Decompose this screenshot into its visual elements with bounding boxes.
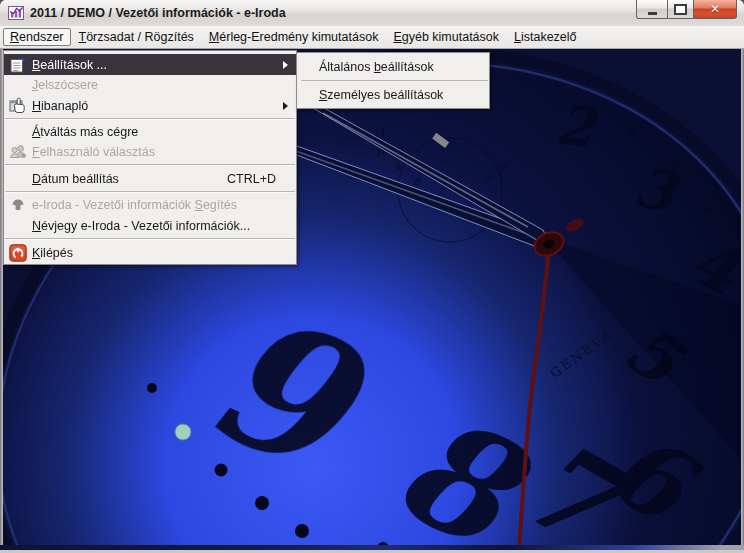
rendszer-menu-dropdown: Beállítások ... Jelszócsere Hibanapló Át… xyxy=(3,50,297,265)
menu-item-label: Átváltás más cégre xyxy=(32,125,138,139)
menu-item-shortcut: CTRL+D xyxy=(227,172,276,186)
menu-item-hibanaplo[interactable]: Hibanapló xyxy=(4,95,296,116)
menu-item-label: Névjegy e-Iroda - Vezetői információk... xyxy=(32,219,250,233)
minimize-button[interactable] xyxy=(636,0,667,19)
menu-item-label: Kilépés xyxy=(32,246,73,260)
menu-item-label: Beállítások ... xyxy=(32,58,107,72)
menu-item-label: Általános beállítások xyxy=(319,60,434,74)
menu-item-beallitasok[interactable]: Beállítások ... xyxy=(4,54,296,75)
menubar-item-merleg-eredmeny[interactable]: Mérleg-Eredmény kimutatások xyxy=(202,28,386,46)
menu-item-label: Dátum beállítás xyxy=(32,172,119,186)
app-icon xyxy=(8,5,24,21)
properties-icon xyxy=(9,56,29,74)
hand-window-icon xyxy=(9,97,29,115)
window-controls: ✕ xyxy=(636,0,737,19)
app-window: 11 10 9 8 7 5 4 2 3 4 5 6 7 8 9 xyxy=(0,0,744,553)
menu-item-nevjegy[interactable]: Névjegy e-Iroda - Vezetői információk... xyxy=(4,215,296,236)
menubar-item-egyeb-kimutatasok[interactable]: Egyéb kimutatások xyxy=(386,28,506,46)
menu-item-atvaltas-mas-cegre[interactable]: Átváltás más cégre xyxy=(4,122,296,142)
menu-item-datum-beallitas[interactable]: Dátum beállítás CTRL+D xyxy=(4,168,296,189)
menu-item-label: e-Iroda - Vezetői információk Segítés xyxy=(32,198,237,212)
menu-separator xyxy=(4,189,296,195)
menu-item-label: Jelszócsere xyxy=(32,78,98,92)
maximize-icon xyxy=(674,4,687,15)
menu-item-felhasznalo-valasztas[interactable]: Felhasználó választás xyxy=(4,142,296,162)
menu-separator xyxy=(297,78,489,83)
users-icon xyxy=(9,143,29,161)
maximize-button[interactable] xyxy=(667,0,694,19)
menu-item-label: Felhasználó választás xyxy=(32,145,155,159)
help-icon xyxy=(9,196,29,214)
menu-separator xyxy=(4,236,296,242)
close-button[interactable]: ✕ xyxy=(694,0,737,19)
menu-item-kilepes[interactable]: Kilépés xyxy=(4,242,296,263)
menubar: Rendszer Törzsadat / Rögzítés Mérleg-Ere… xyxy=(0,26,744,49)
submenu-item-szemelyes-beallitasok[interactable]: Személyes beállítások xyxy=(297,83,489,106)
titlebar[interactable]: 2011 / DEMO / Vezetői információk - e-Ir… xyxy=(0,0,744,27)
menu-item-segites[interactable]: e-Iroda - Vezetői információk Segítés xyxy=(4,195,296,215)
menubar-item-torzsadat[interactable]: Törzsadat / Rögzítés xyxy=(72,28,201,46)
menubar-item-listakezelo[interactable]: Listakezelő xyxy=(507,28,584,46)
submenu-arrow-icon xyxy=(283,102,288,110)
menu-item-jelszocsere[interactable]: Jelszócsere xyxy=(4,75,296,95)
submenu-arrow-icon xyxy=(283,61,288,69)
submenu-item-altalanos-beallitasok[interactable]: Általános beállítások xyxy=(297,55,489,78)
window-title: 2011 / DEMO / Vezetői információk - e-Ir… xyxy=(30,6,286,20)
menu-separator xyxy=(4,116,296,122)
menu-separator xyxy=(4,162,296,168)
menubar-item-rendszer[interactable]: Rendszer xyxy=(3,28,71,46)
minimize-icon xyxy=(648,12,657,15)
beallitasok-submenu: Általános beállítások Személyes beállítá… xyxy=(296,52,490,109)
menu-item-label: Személyes beállítások xyxy=(319,88,443,102)
exit-power-icon xyxy=(9,244,29,262)
menu-item-label: Hibanapló xyxy=(32,99,88,113)
close-icon: ✕ xyxy=(710,3,720,15)
